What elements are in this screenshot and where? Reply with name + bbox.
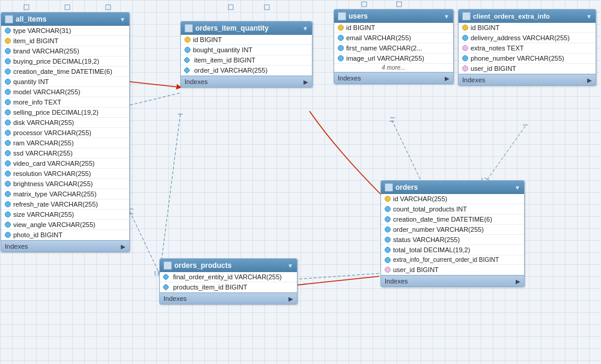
field-text: order_id VARCHAR(255) xyxy=(194,67,267,74)
field-row: more_info TEXT xyxy=(1,97,129,108)
field-text: status VARCHAR(255) xyxy=(393,236,460,243)
field-icon xyxy=(5,109,11,115)
table-title: users xyxy=(349,12,368,20)
dropdown-icon[interactable]: ▼ xyxy=(514,184,520,191)
field-icon xyxy=(5,99,11,105)
indexes-label: Indexes xyxy=(185,78,208,85)
table-fields: id BIGINT bought_quantity INT item_item_… xyxy=(181,35,312,76)
dropdown-icon[interactable]: ▼ xyxy=(586,13,592,20)
table-header-orders[interactable]: orders ▼ xyxy=(381,181,524,194)
indexes-label: Indexes xyxy=(163,295,187,302)
field-icon xyxy=(5,160,11,166)
table-header-all-items[interactable]: all_items ▼ xyxy=(1,13,129,26)
table-footer-indexes[interactable]: Indexes ▶ xyxy=(459,74,596,85)
field-text: buying_price DECIMAL(19,2) xyxy=(13,58,99,65)
dropdown-icon[interactable]: ▼ xyxy=(287,262,293,269)
svg-line-21 xyxy=(294,273,380,279)
field-icon xyxy=(385,247,391,253)
field-icon xyxy=(338,55,344,61)
field-text: user_id BIGINT xyxy=(393,266,439,273)
arrow-right-icon: ▶ xyxy=(304,79,308,85)
field-text: view_angle VARCHAR(255) xyxy=(13,221,96,228)
field-text: id BIGINT xyxy=(193,36,222,43)
table-footer-indexes[interactable]: Indexes ▶ xyxy=(381,275,524,287)
field-row: item_item_id BIGINT xyxy=(181,55,312,65)
field-icon-null xyxy=(462,45,468,51)
table-title: orders_products xyxy=(174,261,231,270)
field-row: image_url VARCHAR(255) xyxy=(334,53,453,64)
field-text: count_total_products INT xyxy=(393,205,467,213)
dropdown-icon[interactable]: ▼ xyxy=(120,16,126,23)
field-icon xyxy=(385,257,391,263)
table-orders: orders ▼ id VARCHAR(255) count_total_pro… xyxy=(380,180,525,287)
indexes-label: Indexes xyxy=(338,74,361,82)
arrow-right-icon: ▶ xyxy=(121,243,126,250)
svg-rect-33 xyxy=(228,5,233,10)
table-footer-indexes[interactable]: Indexes ▶ xyxy=(181,76,312,87)
field-row: bought_quantity INT xyxy=(181,45,312,55)
table-header-client-orders-extra-info[interactable]: client_orders_extra_info ▼ xyxy=(459,10,596,23)
field-icon xyxy=(385,206,391,212)
field-text: user_id BIGINT xyxy=(471,65,516,72)
table-title: client_orders_extra_info xyxy=(473,13,550,20)
table-footer-indexes[interactable]: Indexes ▶ xyxy=(160,293,297,304)
field-row: ssd VARCHAR(255) xyxy=(1,148,129,159)
dropdown-icon[interactable]: ▼ xyxy=(444,13,450,20)
field-row: extra_notes TEXT xyxy=(459,43,596,53)
field-row: quantity INT xyxy=(1,77,129,87)
field-icon xyxy=(5,120,11,126)
field-icon xyxy=(5,150,11,156)
table-icon xyxy=(385,183,393,192)
field-text: video_card VARCHAR(255) xyxy=(13,160,95,167)
table-fields: id VARCHAR(255) count_total_products INT… xyxy=(381,194,524,275)
field-row: processor VARCHAR(255) xyxy=(1,128,129,138)
field-row: order_id VARCHAR(255) xyxy=(181,65,312,76)
field-row: delivery_address VARCHAR(255) xyxy=(459,33,596,43)
field-icon xyxy=(385,226,391,232)
table-fields: type VARCHAR(31) item_id BIGINT brand VA… xyxy=(1,26,129,240)
field-text: image_url VARCHAR(255) xyxy=(346,55,424,62)
field-icon-null xyxy=(385,267,391,273)
table-header-orders-products[interactable]: orders_products ▼ xyxy=(160,259,297,272)
field-icon xyxy=(5,79,11,85)
field-row: id BIGINT xyxy=(459,23,596,33)
field-text: order_number VARCHAR(255) xyxy=(393,226,484,233)
field-row: id BIGINT xyxy=(334,23,453,33)
field-text: processor VARCHAR(255) xyxy=(13,129,91,136)
svg-line-0 xyxy=(130,82,179,87)
field-text: id VARCHAR(255) xyxy=(393,195,447,202)
field-icon-key xyxy=(5,38,11,44)
field-icon xyxy=(5,222,11,228)
field-row: products_item_id BIGINT xyxy=(160,282,297,293)
field-icon xyxy=(5,28,11,34)
field-row: email VARCHAR(255) xyxy=(334,33,453,43)
field-icon-key xyxy=(462,25,468,31)
field-icon xyxy=(385,237,391,243)
field-icon xyxy=(338,45,344,51)
field-text: final_order_entity_id VARCHAR(255) xyxy=(173,273,282,281)
field-icon xyxy=(5,191,11,197)
field-row: extra_info_for_current_order_id BIGINT xyxy=(381,255,524,265)
table-footer-indexes[interactable]: Indexes ▶ xyxy=(334,72,453,83)
field-row: id BIGINT xyxy=(181,35,312,45)
table-fields: final_order_entity_id VARCHAR(255) produ… xyxy=(160,272,297,293)
more-info: 4 more... xyxy=(334,64,453,72)
table-all-items: all_items ▼ type VARCHAR(31) item_id BIG… xyxy=(1,12,130,252)
field-row: video_card VARCHAR(255) xyxy=(1,159,129,169)
field-text: email VARCHAR(255) xyxy=(346,34,411,41)
svg-rect-30 xyxy=(24,5,29,10)
table-icon xyxy=(5,15,13,23)
indexes-label: Indexes xyxy=(462,76,486,83)
table-header-users[interactable]: users ▼ xyxy=(334,10,453,23)
field-text: matrix_type VARCHAR(255) xyxy=(13,190,97,198)
svg-line-6 xyxy=(130,93,180,105)
svg-rect-36 xyxy=(397,2,401,7)
field-icon-key xyxy=(338,25,344,31)
table-footer-indexes[interactable]: Indexes ▶ xyxy=(1,240,129,252)
dropdown-icon[interactable]: ▼ xyxy=(302,25,308,32)
field-icon xyxy=(5,48,11,54)
table-header-orders-item-quantity[interactable]: orders_item_quantity ▼ xyxy=(181,22,312,35)
table-users: users ▼ id BIGINT email VARCHAR(255) fir… xyxy=(334,9,454,84)
field-text: item_id BIGINT xyxy=(13,37,58,44)
field-text: phone_number VARCHAR(255) xyxy=(471,55,564,62)
